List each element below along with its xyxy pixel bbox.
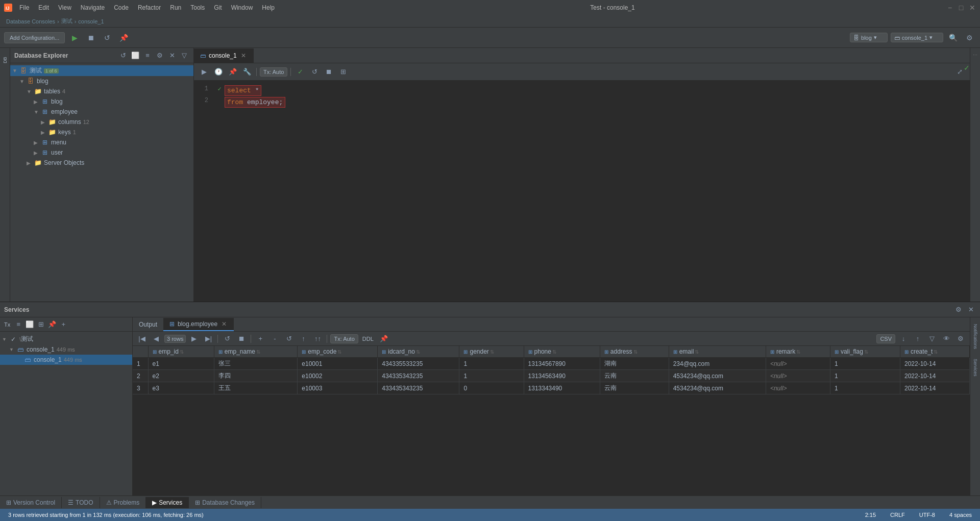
table-button[interactable]: ⊞ (337, 66, 349, 78)
ddl-button[interactable]: DDL (360, 333, 376, 345)
del-row-button[interactable]: - (268, 333, 281, 345)
status-encoding[interactable]: UTF-8 (915, 512, 939, 518)
tree-item-server-objects[interactable]: ▶ 📁 Server Objects (10, 158, 193, 168)
th-remark[interactable]: ⊞remark⇅ (766, 346, 830, 358)
results-tx-select[interactable]: Tx: Auto (330, 334, 358, 343)
menu-code[interactable]: Code (110, 3, 133, 12)
stop-toolbar-button[interactable]: ⏹ (84, 31, 97, 44)
services-tx-button[interactable]: Tx (2, 319, 12, 330)
tab-database-changes[interactable]: ⊞ Database Changes (189, 497, 261, 508)
eye-button[interactable]: 👁 (940, 333, 952, 345)
tree-item-root[interactable]: ▼ 🗄 测试 1 of 6 (10, 65, 193, 76)
right-panel-btn[interactable]: ⋮ (970, 50, 981, 60)
submit-button[interactable]: ↑ (297, 333, 309, 345)
services-group-button[interactable]: ⊞ (36, 319, 46, 330)
refresh-button[interactable]: ↺ (308, 66, 321, 78)
tree-item-employee[interactable]: ▼ ⊞ employee (10, 107, 193, 117)
services-align-button[interactable]: ≡ (13, 319, 23, 330)
tree-item-tables[interactable]: ▼ 📁 tables 4 (10, 86, 193, 96)
notifications-button[interactable]: Notifications (971, 321, 980, 352)
nav-first-button[interactable]: |◀ (136, 333, 148, 345)
commit-button[interactable]: ↑↑ (311, 333, 324, 345)
expand-db-button[interactable]: ≡ (142, 51, 153, 61)
tree-item-keys[interactable]: ▶ 📁 keys 1 (10, 127, 193, 137)
th-phone[interactable]: ⊞phone⇅ (524, 346, 600, 358)
tree-item-blog-db[interactable]: ▼ 🗄 blog (10, 76, 193, 86)
services-close-button[interactable]: ✕ (966, 305, 976, 315)
filter-db-button[interactable]: ▽ (179, 51, 189, 61)
th-idcard-no[interactable]: ⊞idcard_no⇅ (378, 346, 459, 358)
th-emp-name[interactable]: ⊞emp_name⇅ (214, 346, 297, 358)
data-table-wrapper[interactable]: ⊞emp_id⇅ ⊞emp_name⇅ ⊞emp_code⇅ ⊞idcard_n… (133, 346, 970, 495)
reload-button[interactable]: ↺ (221, 333, 233, 345)
services-tree-item-root[interactable]: ▼ ✓ \ 测试 (0, 334, 132, 344)
services-sidebar-button[interactable]: Services (971, 352, 980, 383)
tab-version-control[interactable]: ⊞ Version Control (0, 497, 62, 508)
wrench-button[interactable]: 🔧 (241, 66, 253, 78)
close-db-button[interactable]: ✕ (167, 51, 177, 61)
status-indent[interactable]: 4 spaces (945, 512, 976, 518)
services-pin-button[interactable]: 📌 (47, 319, 57, 330)
nav-next-button[interactable]: ▶ (188, 333, 200, 345)
breadcrumb-item-3[interactable]: console_1 (78, 18, 104, 24)
menu-run[interactable]: Run (166, 3, 185, 12)
services-add-button[interactable]: + (58, 319, 68, 330)
menu-view[interactable]: View (54, 3, 76, 12)
services-tree-item-console-sub[interactable]: 🗃 console_1 449 ms (0, 355, 132, 365)
console-selector[interactable]: 🗃 console_1 ▾ (891, 33, 943, 42)
results-pin-button[interactable]: 📌 (378, 333, 390, 345)
services-settings-button[interactable]: ⚙ (953, 305, 964, 315)
add-row-button[interactable]: + (254, 333, 266, 345)
table-row[interactable]: 2 e2 李四 e10002 434335343235 1 1313456349… (133, 370, 970, 382)
menu-file[interactable]: File (15, 3, 33, 12)
tab-close-button[interactable]: ✕ (240, 52, 247, 59)
menu-refactor[interactable]: Refactor (134, 3, 165, 12)
minimize-button[interactable]: − (946, 4, 953, 11)
tab-problems[interactable]: ⚠ Problems (100, 497, 146, 508)
cancel-button[interactable]: ⏹ (235, 333, 248, 345)
status-line-ending[interactable]: CRLF (886, 512, 909, 518)
services-collapse-button[interactable]: ⬜ (24, 319, 35, 330)
tab-services[interactable]: ▶ Services (146, 497, 189, 508)
tree-item-columns[interactable]: ▶ 📁 columns 12 (10, 117, 193, 127)
th-vali-flag[interactable]: ⊞vali_flag⇅ (830, 346, 900, 358)
db-explorer-toggle[interactable]: DB (1, 50, 10, 70)
table-row[interactable]: 3 e3 王五 e10003 433435343235 0 1313343490… (133, 382, 970, 394)
csv-select[interactable]: CSV (876, 334, 895, 343)
tab-employee-close[interactable]: ✕ (220, 320, 228, 328)
th-address[interactable]: ⊞address⇅ (600, 346, 669, 358)
tree-item-user[interactable]: ▶ ⊞ user (10, 147, 193, 158)
history-button[interactable]: 🕐 (212, 66, 225, 78)
breadcrumb-item-2[interactable]: 测试 (61, 17, 72, 25)
check-button[interactable]: ✓ (294, 66, 306, 78)
tree-item-blog-table[interactable]: ▶ ⊞ blog (10, 96, 193, 107)
th-emp-code[interactable]: ⊞emp_code⇅ (298, 346, 378, 358)
tx-auto-select[interactable]: Tx: Auto (260, 67, 287, 77)
menu-tools[interactable]: Tools (186, 3, 209, 12)
close-button[interactable]: ✕ (969, 4, 976, 11)
stop-button[interactable]: ⏹ (323, 66, 335, 78)
breadcrumb-item-1[interactable]: Database Consoles (6, 18, 55, 24)
collapse-db-button[interactable]: ⬜ (130, 51, 140, 61)
status-position[interactable]: 2:15 (861, 512, 880, 518)
th-emp-id[interactable]: ⊞emp_id⇅ (148, 346, 214, 358)
rerun-toolbar-button[interactable]: ↺ (101, 31, 114, 44)
search-toolbar-button[interactable]: 🔍 (946, 31, 960, 44)
filter-results-button[interactable]: ▽ (926, 333, 938, 345)
tab-todo[interactable]: ☰ TODO (62, 497, 100, 508)
run-toolbar-button[interactable]: ▶ (68, 31, 81, 44)
th-email[interactable]: ⊞email⇅ (669, 346, 766, 358)
results-settings-button[interactable]: ⚙ (954, 333, 967, 345)
menu-navigate[interactable]: Navigate (77, 3, 109, 12)
tab-employee[interactable]: ⊞ blog.employee ✕ (163, 318, 234, 331)
code-editor[interactable]: 1 ✓ select * 2 from employee; (194, 81, 970, 302)
settings-db-button[interactable]: ⚙ (155, 51, 165, 61)
maximize-button[interactable]: □ (958, 4, 965, 11)
th-gender[interactable]: ⊞gender⇅ (459, 346, 524, 358)
tab-output[interactable]: Output (133, 318, 163, 331)
menu-help[interactable]: Help (258, 3, 279, 12)
table-row[interactable]: 1 e1 张三 e10001 434335533235 1 1313456789… (133, 358, 970, 370)
export-button[interactable]: ↓ (897, 333, 910, 345)
schema-selector[interactable]: 🗄 blog ▾ (850, 33, 888, 42)
run-query-button[interactable]: ▶ (198, 66, 210, 78)
